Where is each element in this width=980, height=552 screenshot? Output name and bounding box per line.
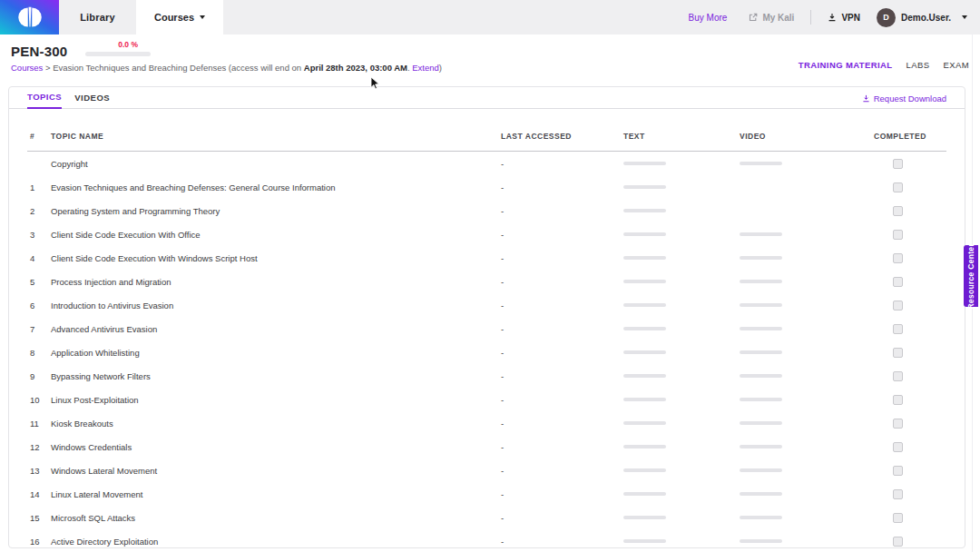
breadcrumb-text: Evasion Techniques and Breaching Defense… [53,63,301,73]
text-progress-cell [623,327,740,330]
video-progress-cell [740,162,874,165]
page: Library Courses Buy More My Kali VPN [0,0,980,552]
text-progress-bar [623,256,666,260]
col-header-video: VIDEO [740,132,874,141]
topic-name-link[interactable]: Client Side Code Execution With Office [51,230,501,240]
completed-checkbox[interactable] [893,206,903,216]
text-progress-bar [623,185,666,189]
buy-more-link[interactable]: Buy More [689,13,728,23]
topics-table-body: Copyright-1Evasion Techniques and Breach… [9,152,965,552]
tab-labs[interactable]: LABS [906,60,930,70]
offsec-logo[interactable] [0,0,59,34]
topic-name-link[interactable]: Microsoft SQL Attacks [51,513,501,523]
col-header-topic-name: TOPIC NAME [51,132,501,141]
topic-name-link[interactable]: Kiosk Breakouts [51,419,501,429]
completed-checkbox[interactable] [893,419,903,429]
table-row: Copyright- [27,152,946,175]
text-progress-bar [623,445,666,448]
table-row: 9Bypassing Network Filters- [27,364,946,388]
topic-name-link[interactable]: Advanced Antivirus Evasion [51,324,501,334]
breadcrumb-close: ) [439,63,442,73]
completed-checkbox[interactable] [893,466,903,476]
completed-checkbox[interactable] [893,537,903,547]
table-row: 2Operating System and Programming Theory… [27,199,946,222]
topic-name-link[interactable]: Operating System and Programming Theory [51,206,501,216]
topic-name-link[interactable]: Windows Lateral Movement [51,466,501,476]
video-progress-bar [740,468,782,472]
col-header-last-accessed: LAST ACCESSED [501,132,623,141]
completed-checkbox[interactable] [893,348,903,358]
topic-name-link[interactable]: Application Whitelisting [51,348,501,358]
completed-checkbox[interactable] [893,513,903,523]
nav-library[interactable]: Library [59,0,136,34]
video-progress-bar [740,303,782,307]
completed-checkbox[interactable] [893,371,903,381]
completed-cell [874,301,946,310]
request-download-label: Request Download [874,94,946,104]
completed-checkbox[interactable] [893,182,903,192]
completed-checkbox[interactable] [893,489,903,499]
text-progress-cell [623,303,740,307]
video-progress-cell [740,232,874,236]
text-progress-bar [623,539,666,543]
completed-checkbox[interactable] [893,395,903,405]
text-progress-cell [623,516,740,519]
my-kali-link[interactable]: My Kali [749,13,794,23]
topic-number: 14 [27,489,51,499]
offsec-logo-icon [16,4,44,31]
completed-cell [874,348,946,358]
last-accessed-value: - [501,395,623,405]
completed-checkbox[interactable] [893,277,903,287]
video-progress-cell [740,280,874,283]
resource-center-tab[interactable]: Resource Center [964,245,978,307]
text-progress-cell [623,445,740,448]
topic-name-link[interactable]: Windows Credentials [51,442,501,452]
topics-card: TOPICS VIDEOS Request Download # TOPIC N… [8,86,965,548]
col-header-number: # [27,132,51,141]
topic-name-link[interactable]: Bypassing Network Filters [51,371,501,381]
text-progress-cell [623,280,740,283]
user-menu[interactable]: D Demo.User. [877,8,967,27]
video-progress-bar [740,162,782,165]
completed-checkbox[interactable] [893,159,903,169]
topic-name-link[interactable]: Active Directory Exploitation [51,537,501,547]
nav-courses[interactable]: Courses [136,0,223,34]
tab-exam[interactable]: EXAM [943,60,969,70]
completed-checkbox[interactable] [893,442,903,452]
vpn-button[interactable]: VPN [828,13,860,23]
completed-cell [874,230,946,240]
topic-name-link[interactable]: Client Side Code Execution With Windows … [51,253,501,263]
completed-checkbox[interactable] [893,253,903,263]
access-end-date: April 28th 2023, 03:00 AM [304,63,407,73]
topic-number: 15 [27,513,51,523]
text-progress-bar [623,232,666,236]
caret-down-icon [962,15,967,19]
last-accessed-value: - [501,277,623,287]
breadcrumb-courses-link[interactable]: Courses [11,63,43,73]
video-progress-bar [740,516,782,519]
topic-name-link[interactable]: Process Injection and Migration [51,277,501,287]
topic-name-link[interactable]: Linux Lateral Movement [51,489,501,499]
request-download-link[interactable]: Request Download [862,94,946,104]
completed-checkbox[interactable] [893,301,903,310]
last-accessed-value: - [501,513,623,523]
text-progress-bar [623,350,666,354]
tab-videos[interactable]: VIDEOS [74,93,110,108]
completed-cell [874,489,946,499]
text-progress-bar [623,516,666,519]
completed-checkbox[interactable] [893,324,903,334]
completed-checkbox[interactable] [893,230,903,240]
topic-name-link[interactable]: Introduction to Antivirus Evasion [51,301,501,310]
video-progress-bar [740,398,782,401]
text-progress-bar [623,492,666,496]
tab-training-material[interactable]: TRAINING MATERIAL [799,60,893,70]
breadcrumb-separator: > [45,63,51,73]
extend-link[interactable]: Extend [412,63,439,73]
topic-number: 4 [27,253,51,263]
table-row: 14Linux Lateral Movement- [27,482,946,506]
tab-topics[interactable]: TOPICS [27,92,62,109]
topic-name-link[interactable]: Evasion Techniques and Breaching Defense… [51,182,501,192]
topic-name-link[interactable]: Copyright [51,159,501,169]
topic-name-link[interactable]: Linux Post-Exploitation [51,395,501,405]
my-kali-label: My Kali [762,13,794,23]
